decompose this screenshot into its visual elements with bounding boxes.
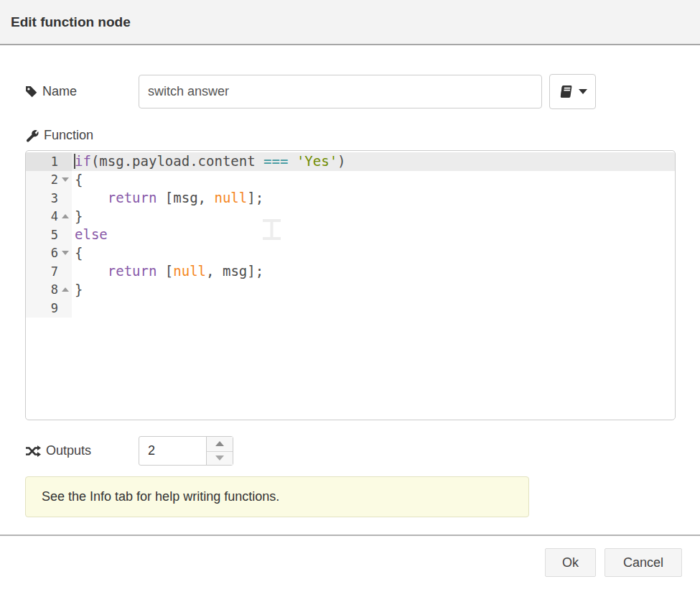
code-line[interactable]: 5else bbox=[26, 226, 675, 244]
code-line[interactable]: 1if(msg.payload.content === 'Yes') bbox=[26, 152, 675, 171]
line-number: 8 bbox=[26, 282, 58, 297]
code-token bbox=[75, 263, 108, 279]
fold-open-icon[interactable] bbox=[62, 251, 69, 255]
gutter-cell[interactable]: 5 bbox=[26, 226, 72, 244]
code-token: , msg]; bbox=[206, 263, 263, 279]
code-token: { bbox=[75, 245, 83, 261]
outputs-label: Outputs bbox=[25, 436, 91, 466]
info-tip: See the Info tab for help writing functi… bbox=[25, 476, 529, 517]
code-token: return bbox=[108, 263, 157, 279]
code-token: if bbox=[75, 153, 91, 169]
code-token: === bbox=[263, 153, 288, 169]
spinner-up-button[interactable] bbox=[207, 437, 233, 451]
gutter-cell[interactable]: 9 bbox=[26, 299, 72, 318]
spinner-buttons bbox=[206, 437, 233, 465]
code-text[interactable]: } bbox=[72, 208, 675, 226]
code-editor[interactable]: 1if(msg.payload.content === 'Yes')2{3 re… bbox=[25, 150, 676, 420]
fold-end-icon[interactable] bbox=[62, 287, 69, 292]
fold-slot[interactable] bbox=[58, 177, 72, 182]
ok-button[interactable]: Ok bbox=[545, 548, 596, 577]
fold-slot[interactable] bbox=[58, 251, 72, 255]
footer-divider bbox=[0, 535, 700, 536]
caret-down-icon bbox=[579, 89, 587, 94]
tag-icon bbox=[25, 85, 37, 98]
gutter-cell[interactable]: 4 bbox=[26, 208, 72, 226]
line-number: 3 bbox=[26, 191, 58, 205]
name-label: Name bbox=[25, 75, 77, 108]
cancel-button[interactable]: Cancel bbox=[605, 548, 682, 577]
gutter-cell[interactable]: 2 bbox=[26, 171, 72, 190]
outputs-input[interactable] bbox=[139, 437, 205, 465]
library-button[interactable] bbox=[549, 74, 596, 109]
line-number: 7 bbox=[26, 264, 58, 279]
fold-slot[interactable] bbox=[58, 214, 72, 218]
code-token: [ bbox=[157, 263, 173, 279]
function-label: Function bbox=[25, 126, 93, 144]
code-token: ) bbox=[337, 153, 345, 169]
gutter-cell[interactable]: 6 bbox=[26, 244, 72, 263]
code-token: (msg.payload.content bbox=[91, 153, 263, 169]
gutter-cell[interactable]: 3 bbox=[26, 189, 72, 208]
code-text[interactable]: return [msg, null]; bbox=[72, 189, 675, 208]
code-token: 'Yes' bbox=[297, 153, 337, 169]
code-text[interactable]: if(msg.payload.content === 'Yes') bbox=[72, 152, 675, 171]
outputs-label-text: Outputs bbox=[46, 443, 91, 458]
outputs-spinner bbox=[139, 436, 233, 466]
line-number: 6 bbox=[26, 246, 58, 260]
ibeam-cursor bbox=[261, 218, 283, 241]
line-number: 4 bbox=[26, 209, 58, 223]
code-token bbox=[288, 153, 296, 169]
dialog-header: Edit function node bbox=[0, 0, 700, 45]
gutter-cell[interactable]: 7 bbox=[26, 262, 72, 281]
code-text[interactable]: { bbox=[72, 244, 675, 263]
spinner-down-button[interactable] bbox=[207, 451, 233, 466]
caret-down-icon bbox=[215, 455, 224, 461]
line-number: 2 bbox=[26, 172, 58, 187]
code-token: } bbox=[75, 208, 83, 224]
code-line[interactable]: 6{ bbox=[26, 244, 675, 263]
code-line[interactable]: 9 bbox=[26, 299, 675, 318]
code-line[interactable]: 3 return [msg, null]; bbox=[26, 189, 675, 208]
code-token: } bbox=[75, 282, 83, 297]
line-number: 5 bbox=[26, 228, 58, 242]
gutter-cell[interactable]: 1 bbox=[26, 152, 72, 171]
fold-open-icon[interactable] bbox=[62, 177, 69, 182]
code-line[interactable]: 4} bbox=[26, 208, 675, 226]
code-token: { bbox=[75, 172, 83, 188]
text-caret bbox=[74, 154, 75, 169]
code-token: null bbox=[173, 263, 206, 279]
shuffle-icon bbox=[25, 445, 41, 457]
wrench-icon bbox=[25, 129, 39, 142]
line-number: 9 bbox=[26, 301, 58, 315]
code-line[interactable]: 7 return [null, msg]; bbox=[26, 262, 675, 281]
info-tip-text: See the Info tab for help writing functi… bbox=[26, 489, 279, 504]
function-label-text: Function bbox=[44, 128, 93, 143]
code-line[interactable]: 2{ bbox=[26, 171, 675, 190]
code-text[interactable]: else bbox=[72, 226, 675, 244]
code-text[interactable]: return [null, msg]; bbox=[72, 262, 675, 281]
caret-up-icon bbox=[215, 441, 224, 446]
code-token: [msg, bbox=[157, 190, 214, 205]
name-input[interactable] bbox=[139, 75, 542, 108]
code-text[interactable] bbox=[72, 299, 675, 318]
code-token: null bbox=[214, 190, 247, 205]
code-line[interactable]: 8} bbox=[26, 281, 675, 300]
line-number: 1 bbox=[26, 154, 58, 169]
fold-end-icon[interactable] bbox=[62, 214, 69, 218]
code-text[interactable]: } bbox=[72, 281, 675, 300]
code-text[interactable]: { bbox=[72, 171, 675, 190]
name-label-text: Name bbox=[42, 84, 77, 99]
code-token bbox=[75, 190, 108, 205]
gutter-cell[interactable]: 8 bbox=[26, 281, 72, 300]
code-token: else bbox=[75, 226, 108, 242]
code-token: ]; bbox=[247, 190, 263, 205]
fold-slot[interactable] bbox=[58, 287, 72, 292]
dialog-title: Edit function node bbox=[11, 0, 131, 44]
book-icon bbox=[559, 84, 574, 99]
code-token: return bbox=[108, 190, 157, 205]
